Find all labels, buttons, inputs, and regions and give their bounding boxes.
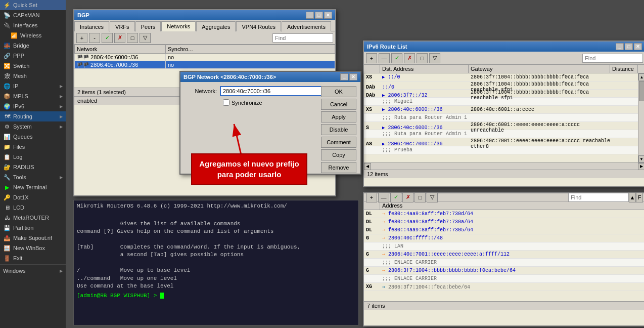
sidebar-item-quick-set[interactable]: ⚡ Quick Set bbox=[0, 0, 66, 10]
sidebar-item-windows[interactable]: Windows bbox=[0, 266, 66, 276]
addr-row[interactable]: DL → fe80::4aa9:8aff:feb7:7305/64 bbox=[364, 226, 644, 234]
tab-peers[interactable]: Peers bbox=[135, 21, 161, 31]
addr-remove-btn[interactable]: — bbox=[378, 192, 389, 202]
scroll-thumb[interactable] bbox=[639, 81, 644, 101]
bgp-find-input[interactable] bbox=[272, 33, 333, 43]
bgp-disable-btn[interactable]: Disable bbox=[321, 124, 356, 135]
sidebar-item-routing[interactable]: 🗺 Routing bbox=[0, 111, 66, 121]
sidebar-item-ip[interactable]: 🌐 IP bbox=[0, 81, 66, 91]
route-row[interactable]: DAb ::/0 2806:3f7:1004::bbbb:bbbb:bbbb:f… bbox=[364, 81, 644, 90]
bgp-remove-btn[interactable]: - bbox=[89, 33, 100, 43]
bgp-filter-btn[interactable]: ▽ bbox=[140, 33, 151, 43]
ipv6-add-btn[interactable]: + bbox=[366, 53, 377, 63]
addr-find-input[interactable] bbox=[568, 193, 629, 202]
bgp-maximize-btn[interactable]: □ bbox=[315, 12, 323, 19]
addr-row[interactable]: G → 2806:40c:ffff::/48 bbox=[364, 234, 644, 242]
addr-add-btn[interactable]: + bbox=[366, 192, 377, 202]
bgp-cross-btn[interactable]: ✗ bbox=[114, 33, 125, 43]
ipv6-close-btn[interactable]: ✕ bbox=[634, 43, 642, 50]
ipv6-scrollbar[interactable]: ▲ ▼ bbox=[638, 73, 644, 162]
ipv6-minimize-btn[interactable]: _ bbox=[616, 43, 624, 50]
bgp-dialog-minimize[interactable]: _ bbox=[340, 73, 348, 80]
table-row-selected[interactable]: 🏴🏴 2806:40c:7000::/36 no bbox=[75, 61, 335, 69]
addr-cross-btn[interactable]: ✗ bbox=[402, 192, 413, 202]
tab-vpn4-routes[interactable]: VPN4 Routes bbox=[236, 21, 281, 31]
sidebar-item-capsman[interactable]: 📡 CAPsMAN bbox=[0, 10, 66, 20]
addr-sort-btn[interactable]: ▲ bbox=[629, 192, 636, 202]
sidebar-item-make-supout[interactable]: 📤 Make Supout.rif bbox=[0, 233, 66, 243]
route-row[interactable]: XS ▶ 2806:40c:6000::/36 2806:40c:6001::a… bbox=[364, 106, 644, 114]
addr-check-btn[interactable]: ✓ bbox=[390, 192, 401, 202]
bgp-ok-btn[interactable]: OK bbox=[321, 86, 356, 97]
bgp-close-btn[interactable]: ✕ bbox=[324, 12, 332, 19]
bgp-apply-btn[interactable]: Apply bbox=[321, 111, 356, 122]
sidebar-item-dot1x[interactable]: 🔑 Dot1X bbox=[0, 192, 66, 202]
sidebar-item-new-terminal[interactable]: ▶ New Terminal bbox=[0, 182, 66, 192]
table-row[interactable]: 🏴🏴 2806:40c:6000::/36 no bbox=[75, 54, 335, 61]
sidebar-item-new-winbox[interactable]: 🪟 New WinBox bbox=[0, 243, 66, 253]
ipv6-find-input[interactable] bbox=[582, 54, 643, 63]
sidebar-item-ppp[interactable]: 🔗 PPP bbox=[0, 51, 66, 61]
bgp-cancel-btn[interactable]: Cancel bbox=[321, 99, 356, 110]
route-row[interactable]: S ▶ 2806:40c:6000::/36 2806:40c:6001::ee… bbox=[364, 122, 644, 130]
ipv6-cross-btn[interactable]: ✗ bbox=[404, 53, 415, 63]
sidebar-item-files[interactable]: 📁 Files bbox=[0, 142, 66, 152]
route-row[interactable]: AS ▶ 2806:40c:7000::/36 2806:40c:7001::e… bbox=[364, 138, 644, 146]
route-row[interactable]: XS ▶ ::/0 2806:3f7:1004::bbbb:bbbb:bbbb:… bbox=[364, 73, 644, 81]
scroll-down-arrow[interactable]: ▼ bbox=[638, 155, 644, 162]
addr-cols-btn[interactable]: F bbox=[636, 192, 643, 202]
bgp-check-btn[interactable]: ✓ bbox=[102, 33, 113, 43]
sidebar-item-queues[interactable]: 📊 Queues bbox=[0, 132, 66, 142]
sidebar-item-exit[interactable]: 🚪 Exit bbox=[0, 253, 66, 263]
terminal-content: MikroTik RouterOS 6.48.6 (c) 1999-2021 h… bbox=[74, 200, 358, 302]
addr-row[interactable]: G → 2806:40c:7001::eeee:eeee:eeee:a:ffff… bbox=[364, 251, 644, 259]
ipv6-maximize-btn[interactable]: □ bbox=[625, 43, 633, 50]
tab-vrfs[interactable]: VRFs bbox=[110, 21, 135, 31]
sidebar-item-ipv6[interactable]: 🌍 IPv6 bbox=[0, 101, 66, 111]
bgp-remove-btn2[interactable]: Remove bbox=[321, 162, 356, 173]
bgp-toolbar: + - ✓ ✗ □ ▽ bbox=[74, 31, 335, 45]
ppp-icon: 🔗 bbox=[3, 52, 11, 59]
bgp-copy-btn2[interactable]: Copy bbox=[321, 149, 356, 160]
sidebar-item-interfaces[interactable]: 🔌 Interfaces bbox=[0, 20, 66, 30]
sidebar-item-lcd[interactable]: 🖥 LCD bbox=[0, 202, 66, 213]
ipv6-filter-btn[interactable]: ▽ bbox=[429, 53, 440, 63]
sidebar-item-bridge[interactable]: 🌉 Bridge bbox=[0, 40, 66, 51]
sidebar-item-mpls[interactable]: 📦 MPLS bbox=[0, 91, 66, 101]
tab-aggregates[interactable]: Aggregates bbox=[196, 21, 236, 31]
addr-row[interactable]: G → 2806:3f7:1004::bbbb:bbbb:bbbb:f0ca:b… bbox=[364, 267, 644, 275]
tab-instances[interactable]: Instances bbox=[74, 21, 109, 31]
addr-row[interactable]: DL → fe80::4aa9:8aff:feb7:730d/64 bbox=[364, 210, 644, 218]
addr-row[interactable]: DL → fe80::4aa9:8aff:feb7:730a/64 bbox=[364, 218, 644, 226]
addr-copy-btn[interactable]: □ bbox=[415, 192, 426, 202]
bgp-minimize-btn[interactable]: _ bbox=[306, 12, 314, 19]
sidebar-item-metarouter[interactable]: 🖧 MetaROUTER bbox=[0, 213, 66, 223]
ipv6-hscrollbar[interactable]: ◀ ▶ bbox=[364, 162, 644, 170]
sidebar-item-log[interactable]: 📋 Log bbox=[0, 152, 66, 162]
sidebar-item-mesh[interactable]: 🕸 Mesh bbox=[0, 71, 66, 81]
bgp-synchronize-checkbox[interactable] bbox=[223, 99, 229, 106]
sidebar-item-wireless[interactable]: 📶 Wireless bbox=[0, 30, 66, 40]
bgp-dialog-close[interactable]: ✕ bbox=[349, 73, 357, 80]
bgp-copy-btn[interactable]: □ bbox=[127, 33, 138, 43]
scroll-right-arrow[interactable]: ▶ bbox=[638, 163, 644, 170]
tab-advertisements[interactable]: Advertisements bbox=[282, 21, 331, 31]
addr-filter-btn[interactable]: ▽ bbox=[427, 192, 438, 202]
ipv6-copy-btn[interactable]: □ bbox=[417, 53, 428, 63]
scroll-left-arrow[interactable]: ◀ bbox=[364, 163, 371, 170]
bgp-add-btn[interactable]: + bbox=[76, 33, 87, 43]
addr-row[interactable]: XG ⇒ 2806:3f7:1004::f0ca:bebe/64 bbox=[364, 283, 644, 291]
route-row[interactable]: DAb ▶ 2806:3f7::/32 2806:3f7:1004::bbbb:… bbox=[364, 90, 644, 98]
scroll-up-arrow[interactable]: ▲ bbox=[638, 73, 644, 80]
tab-networks[interactable]: Networks bbox=[161, 21, 196, 31]
addr-rows-container: DL → fe80::4aa9:8aff:feb7:730d/64 DL → f… bbox=[364, 210, 644, 301]
ipv6-check-btn[interactable]: ✓ bbox=[391, 53, 402, 63]
sidebar-item-radius[interactable]: 🔐 RADIUS bbox=[0, 162, 66, 172]
ipv6-remove-btn[interactable]: — bbox=[379, 53, 390, 63]
sidebar-item-switch[interactable]: 🔀 Switch bbox=[0, 61, 66, 71]
bgp-comment-btn[interactable]: Comment bbox=[321, 137, 356, 148]
comment-row: ;;; Miguel bbox=[364, 98, 644, 106]
sidebar-item-partition[interactable]: 💾 Partition bbox=[0, 223, 66, 233]
sidebar-item-system[interactable]: ⚙ System bbox=[0, 121, 66, 132]
sidebar-item-tools[interactable]: 🔧 Tools bbox=[0, 172, 66, 182]
